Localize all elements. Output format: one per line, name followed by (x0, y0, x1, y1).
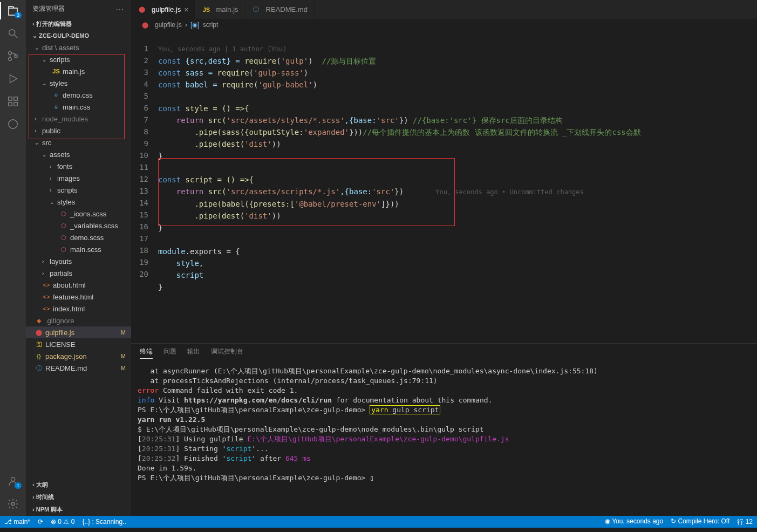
folder-scripts[interactable]: ⌄scripts (26, 53, 131, 65)
tab-readme[interactable]: ⓘREADME.md (245, 0, 315, 19)
svg-rect-9 (14, 103, 17, 106)
timeline-section[interactable]: › 时间线 (26, 491, 131, 503)
status-compile-hero[interactable]: ↻ Compile Hero: Off (671, 517, 729, 527)
npm-section[interactable]: › NPM 脚本 (26, 503, 131, 516)
svg-point-0 (9, 30, 15, 36)
svg-rect-8 (9, 103, 12, 106)
explorer-badge: 3 (15, 12, 22, 18)
open-editors-section[interactable]: › 打开的编辑器 (26, 18, 131, 30)
settings-icon[interactable] (6, 497, 19, 510)
folder-styles[interactable]: ⌄styles (26, 77, 131, 89)
file-readme[interactable]: ⓘREADME.mdM (26, 362, 131, 374)
close-icon[interactable]: × (184, 5, 188, 14)
editor-group: ⬤gulpfile.js× JSmain.js ⓘREADME.md ⬤gulp… (131, 0, 757, 516)
scm-icon[interactable] (6, 50, 19, 63)
file-packagejson[interactable]: {}package.jsonM (26, 350, 131, 362)
search-icon[interactable] (6, 27, 19, 40)
status-sync[interactable]: ⟳ (38, 518, 43, 526)
status-blame[interactable]: ◉ You, seconds ago (605, 517, 663, 527)
svg-rect-7 (14, 97, 17, 100)
status-branch[interactable]: ⎇ main* (4, 518, 30, 526)
terminal[interactable]: at asyncRunner (E:\个人项目\gitHub项目\persona… (131, 362, 757, 516)
file-mainjs[interactable]: JSmain.js (26, 65, 131, 77)
bottom-panel: 终端 问题 输出 调试控制台 at asyncRunner (E:\个人项目\g… (131, 343, 757, 516)
tab-bar: ⬤gulpfile.js× JSmain.js ⓘREADME.md (131, 0, 757, 19)
folder-assets[interactable]: ⌄assets (26, 148, 131, 160)
account-icon[interactable]: 1 (6, 475, 19, 488)
panel-tabs: 终端 问题 输出 调试控制台 (131, 344, 757, 362)
file-indexhtml[interactable]: <>index.html (26, 303, 131, 315)
file-abouthtml[interactable]: <>about.html (26, 279, 131, 291)
folder-scripts-src[interactable]: ›scripts (26, 184, 131, 196)
file-gitignore[interactable]: ◆.gitignore (26, 315, 131, 326)
folder-public[interactable]: ›public (26, 125, 131, 137)
svg-point-11 (11, 478, 15, 481)
svg-point-2 (9, 52, 12, 55)
svg-line-1 (15, 35, 18, 38)
explorer-icon[interactable]: 3 (6, 4, 19, 17)
svg-rect-6 (9, 97, 12, 100)
file-demoscss[interactable]: ⬡demo.scss (26, 231, 131, 243)
git-blame: You, seconds ago | 1 author (You) (158, 45, 287, 53)
breadcrumb[interactable]: ⬤gulpfile.js › [◉] script (131, 19, 757, 31)
tab-debug-console[interactable]: 调试控制台 (211, 347, 243, 359)
folder-partials[interactable]: ›partials (26, 267, 131, 279)
file-maincss[interactable]: #main.css (26, 101, 131, 113)
file-featureshtml[interactable]: <>features.html (26, 291, 131, 303)
svg-point-10 (9, 120, 18, 129)
svg-point-3 (9, 58, 12, 61)
tab-output[interactable]: 输出 (187, 347, 200, 359)
file-iconsscss[interactable]: ⬡_icons.scss (26, 208, 131, 220)
line-gutter: 1234567891011121314151617181920 (131, 31, 158, 343)
svg-point-12 (11, 502, 15, 506)
status-scanning[interactable]: {..} : Scanning.. (82, 518, 126, 526)
tab-problems[interactable]: 问题 (163, 347, 176, 359)
folder-images[interactable]: ›images (26, 172, 131, 184)
file-mainscss[interactable]: ⬡main.scss (26, 243, 131, 255)
file-democss[interactable]: #demo.css (26, 89, 131, 101)
folder-dist-assets[interactable]: ⌄dist \ assets (26, 42, 131, 53)
status-errors[interactable]: ⊗ 0 ⚠ 0 (51, 518, 74, 526)
status-line[interactable]: 行 12 (737, 517, 753, 527)
outline-section[interactable]: › 大纲 (26, 479, 131, 491)
file-varscss[interactable]: ⬡_variables.scss (26, 220, 131, 231)
extensions-icon[interactable] (6, 95, 19, 108)
folder-styles-src[interactable]: ⌄styles (26, 196, 131, 208)
folder-src[interactable]: ⌄src (26, 137, 131, 148)
debug-icon[interactable] (6, 72, 19, 85)
activity-bar: 3 1 (0, 0, 26, 516)
file-gulpfile[interactable]: ⬤gulpfile.jsM (26, 326, 131, 338)
file-license[interactable]: ⚿LICENSE (26, 338, 131, 350)
svg-marker-5 (10, 75, 17, 83)
tab-terminal[interactable]: 终端 (140, 347, 153, 359)
folder-layouts[interactable]: ›layouts (26, 255, 131, 267)
code-editor[interactable]: 1234567891011121314151617181920 You, sec… (131, 31, 757, 343)
project-section[interactable]: ⌄ ZCE-GULP-DEMO (26, 30, 131, 42)
more-icon[interactable]: ··· (116, 5, 125, 13)
tab-gulpfile[interactable]: ⬤gulpfile.js× (131, 0, 195, 19)
folder-fonts[interactable]: ›fonts (26, 160, 131, 172)
account-badge: 1 (15, 482, 22, 489)
remote-icon[interactable] (6, 118, 19, 131)
sidebar: 资源管理器 ··· › 打开的编辑器 ⌄ ZCE-GULP-DEMO ⌄dist… (26, 0, 131, 516)
status-bar: ⎇ main* ⟳ ⊗ 0 ⚠ 0 {..} : Scanning.. ◉ Yo… (0, 516, 757, 528)
sidebar-title: 资源管理器 (32, 4, 65, 13)
folder-node-modules[interactable]: ›node_modules (26, 113, 131, 125)
code-content[interactable]: You, seconds ago | 1 author (You) const … (158, 31, 757, 343)
tab-mainjs[interactable]: JSmain.js (195, 0, 245, 19)
file-tree: ⌄dist \ assets ⌄scripts JSmain.js ⌄style… (26, 42, 131, 479)
